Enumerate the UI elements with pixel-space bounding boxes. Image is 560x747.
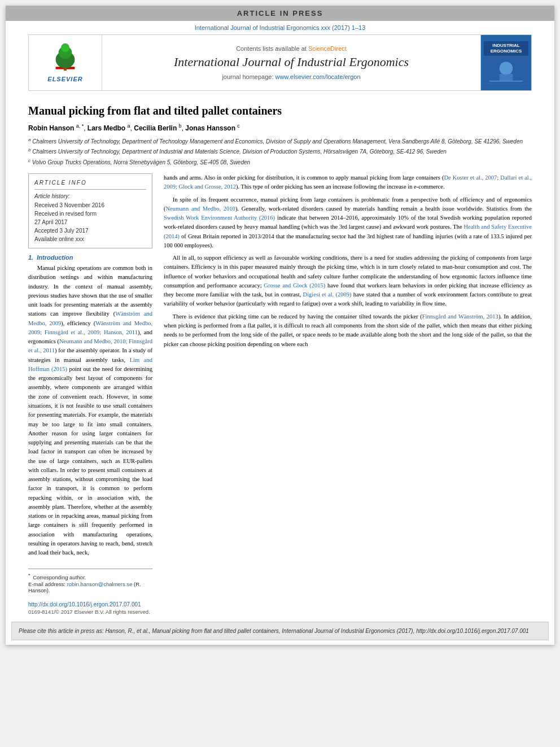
author-lars: Lars Medbo [88,124,125,132]
right-body-text: hands and arms. Also in order picking fo… [164,173,532,349]
right-column: hands and arms. Also in order picking fo… [164,173,532,593]
svg-point-3 [61,43,69,52]
journal-header: ELSEVIER Contents lists available at Sci… [28,34,532,91]
svg-rect-7 [500,74,513,81]
article-history-title: Article history: [34,193,146,199]
author-cecilia: Cecilia Berlin [134,124,177,132]
bottom-links: http://dx.doi.org/10.1016/j.ergon.2017.0… [6,599,554,617]
affil-c: c Volvo Group Trucks Operations, Norra S… [28,158,532,167]
elsevier-label: ELSEVIER [47,76,82,82]
svg-point-6 [500,62,513,76]
ref-dekoster[interactable]: De Koster et al., 2007; Dallari et al., … [164,174,532,190]
homepage-link[interactable]: www.elsevier.com/locate/ergon [275,73,361,80]
elsevier-logo: ELSEVIER [47,43,82,82]
footnote-email-link[interactable]: robin.hanson@chalmers.se [67,581,133,587]
rights-text: 0169-8141/© 2017 Elsevier B.V. All right… [28,609,150,615]
footnote-email: E-mail address: robin.hanson@chalmers.se… [28,581,152,593]
journal-logo-top: INDUSTRIALERGONOMICS [484,41,528,56]
aip-banner: ARTICLE IN PRESS [6,6,554,21]
journal-homepage: journal homepage: www.elsevier.com/locat… [222,73,360,80]
main-content: Manual picking from flat and tilted pall… [6,93,554,599]
ref-digiesi[interactable]: Digiesi et al. (2009) [303,291,352,298]
author-robin-sup: a, * [76,123,84,129]
intro-body: Manual picking operations are common bot… [28,264,152,558]
journal-title: International Journal of Industrial Ergo… [174,54,409,71]
two-column-layout: ARTICLE INFO Article history: Received 3… [28,173,532,593]
left-column: ARTICLE INFO Article history: Received 3… [28,173,152,593]
ref-health-safety[interactable]: Health and Safety Executive (2014) [164,224,532,239]
author-robin: Robin Hanson [28,124,74,132]
author-jonas: Jonas Hansson [185,124,235,132]
sciencedirect-link[interactable]: ScienceDirect [308,45,347,52]
ref-swedish-work-env[interactable]: Swedish Work Environment Authority (2016… [164,215,275,221]
ref-finnsgard-2013[interactable]: Finnsgård and Wänström, 2013 [422,313,498,320]
footnote-area: * Corresponding author. E-mail address: … [28,569,152,593]
sciencedirect-line: Contents lists available at ScienceDirec… [236,45,347,52]
journal-reference: International Journal of Industrial Ergo… [6,21,554,32]
ai-divider [34,189,146,190]
doi-link[interactable]: http://dx.doi.org/10.1016/j.ergon.2017.0… [28,601,532,608]
article-info-box: ARTICLE INFO Article history: Received 3… [28,173,152,248]
article-title: Manual picking from flat and tilted pall… [28,104,532,117]
footnote-corresponding: * Corresponding author. [28,573,152,580]
intro-heading: 1. Introduction [28,254,152,261]
ref-lim-2015[interactable]: Lim and Hoffman (2015) [28,357,152,372]
affiliations: a Chalmers University of Technology, Dep… [28,137,532,167]
journal-header-right: INDUSTRIALERGONOMICS [480,35,531,90]
author-lars-sup: a [128,123,130,129]
journal-logo-img [484,56,528,84]
author-jonas-sup: c [237,123,240,129]
svg-rect-4 [64,67,67,71]
elsevier-tree-icon [50,43,81,74]
affil-a: a Chalmers University of Technology, Dep… [28,137,532,146]
journal-logo-box: INDUSTRIALERGONOMICS [484,41,528,85]
authors-line: Robin Hanson a, *, Lars Medbo a, Cecilia… [28,123,532,132]
citation-text: Please cite this article in press as: Ha… [19,628,529,634]
journal-logo-left: ELSEVIER [29,35,102,90]
affil-b: b Chalmers University of Technology, Dep… [28,147,532,156]
citation-footer: Please cite this article in press as: Ha… [11,622,549,640]
ref-neumann-medbo[interactable]: Neumann and Medbo, 2010 [166,206,235,212]
ref-neumann-2010[interactable]: Neumann and Medbo, 2010; Finnsgård et al… [28,338,152,353]
journal-header-center: Contents lists available at ScienceDirec… [102,35,480,90]
author-cecilia-sup: b [179,123,182,129]
article-info-title: ARTICLE INFO [34,180,146,186]
ref-grosse-glock[interactable]: Grosse and Glock (2015) [264,282,325,289]
article-history-lines: Received 3 November 2016 Received in rev… [34,201,146,243]
